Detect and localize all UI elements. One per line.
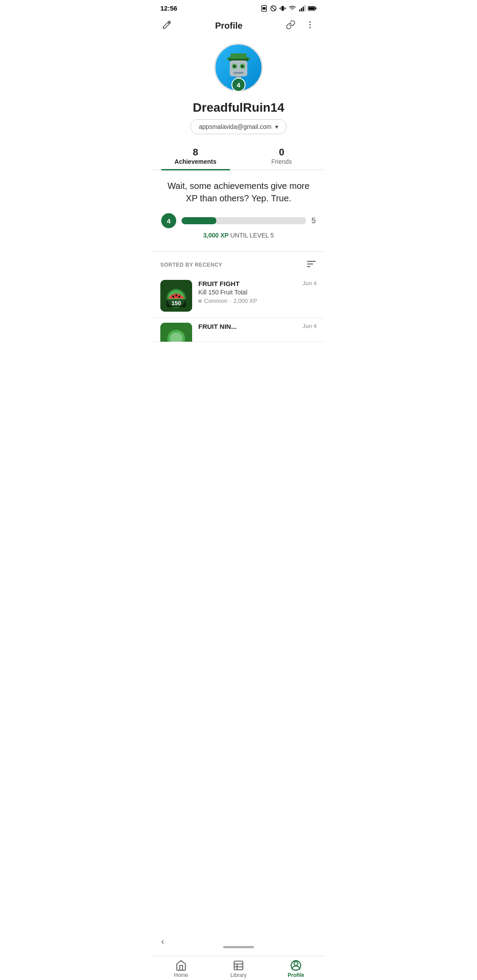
xp-info-text: Wait, some achievements give more XP tha… (161, 180, 316, 204)
svg-point-25 (233, 65, 236, 68)
email-text: appsmalavida@gmail.com (199, 123, 271, 130)
xp-level-end: 5 (311, 216, 316, 226)
nav-spacer (152, 342, 325, 382)
no-sign-icon (270, 5, 277, 12)
achievement-title-2: FRUIT NIN... (198, 323, 296, 330)
svg-rect-22 (230, 60, 247, 76)
achievement-item[interactable]: 150 FRUIT FIGHT Kill 150 Fruit Total Com… (152, 275, 325, 318)
svg-point-38 (175, 294, 177, 297)
achievements-label: Achievements (174, 158, 216, 165)
tab-underline (161, 169, 230, 170)
username: DreadfulRuin14 (193, 101, 284, 115)
email-selector[interactable]: appsmalavida@gmail.com ▾ (190, 119, 286, 134)
svg-rect-8 (285, 8, 286, 9)
sim-icon (261, 5, 268, 12)
svg-rect-15 (315, 7, 316, 9)
achievement-rarity-1: Common (204, 298, 227, 304)
tab-friends[interactable]: 0 Friends (238, 142, 325, 170)
friends-label: Friends (271, 158, 292, 165)
status-icons (261, 5, 317, 12)
xp-section: Wait, some achievements give more XP tha… (152, 170, 325, 243)
achievement-info-1: FRUIT FIGHT Kill 150 Fruit Total Common … (198, 280, 296, 304)
signal-icon (299, 5, 306, 12)
svg-point-17 (309, 24, 310, 25)
xp-bar-bg (182, 217, 306, 224)
status-time: 12:56 (160, 4, 177, 12)
status-bar: 12:56 (152, 0, 325, 15)
svg-rect-29 (234, 72, 243, 74)
svg-line-3 (271, 6, 275, 10)
xp-bar-row: 4 5 (161, 213, 316, 228)
svg-rect-14 (309, 7, 314, 10)
xp-bar-fill (182, 217, 216, 224)
achievement-title-1: FRUIT FIGHT (198, 280, 296, 287)
svg-text:150: 150 (171, 300, 181, 306)
email-chevron-icon: ▾ (275, 123, 278, 130)
page-title: Profile (215, 21, 242, 31)
top-bar: Profile (152, 15, 325, 39)
xp-until-label: UNTIL LEVEL 5 (230, 232, 274, 239)
svg-rect-6 (284, 7, 285, 9)
xp-until: 3,000 XP UNTIL LEVEL 5 (161, 232, 316, 239)
friends-count: 0 (279, 147, 284, 158)
wifi-icon (288, 5, 296, 12)
svg-point-16 (309, 21, 310, 23)
svg-rect-9 (299, 9, 300, 11)
rarity-dot (198, 299, 202, 303)
svg-point-18 (309, 27, 310, 28)
top-bar-left (160, 18, 174, 34)
achievements-count: 8 (193, 147, 198, 158)
svg-point-28 (242, 65, 243, 66)
achievement-separator: · (230, 298, 231, 304)
avatar-section: 4 DreadfulRuin14 appsmalavida@gmail.com … (152, 39, 325, 142)
svg-rect-10 (301, 8, 302, 11)
xp-needed: 3,000 XP (203, 232, 229, 239)
tabs: 8 Achievements 0 Friends (152, 142, 325, 170)
avatar-wrapper: 4 (214, 43, 263, 92)
svg-rect-12 (304, 5, 306, 11)
svg-point-26 (241, 65, 244, 68)
sort-icon[interactable] (306, 259, 317, 271)
edit-button[interactable] (160, 18, 174, 34)
svg-rect-11 (303, 7, 304, 11)
achievement-xp-1: 2,000 XP (233, 298, 257, 304)
achievement-date-1: Jun 4 (303, 280, 317, 286)
link-button[interactable] (284, 18, 297, 34)
watermelon-icon: 150 (160, 280, 192, 312)
achievement-meta-1: Common · 2,000 XP (198, 298, 296, 304)
vibrate-icon (279, 5, 286, 12)
svg-rect-1 (263, 7, 266, 9)
top-bar-right (284, 18, 317, 34)
tab-achievements[interactable]: 8 Achievements (152, 142, 238, 170)
achievement-info-2: FRUIT NIN... (198, 323, 296, 332)
xp-level-start: 4 (161, 213, 176, 228)
level-badge: 4 (231, 78, 246, 92)
achievement-thumb-icon-2 (160, 323, 192, 342)
sorted-row: SORTED BY RECENCY (152, 252, 325, 275)
achievement-date-2: Jun 4 (303, 323, 317, 329)
svg-rect-4 (281, 6, 284, 11)
svg-rect-5 (280, 7, 281, 9)
battery-icon (308, 5, 317, 12)
achievement-thumb-2 (160, 323, 192, 342)
achievement-thumb-1: 150 (160, 280, 192, 312)
more-button[interactable] (303, 18, 317, 34)
sorted-label: SORTED BY RECENCY (160, 262, 222, 268)
achievement-item-2[interactable]: FRUIT NIN... Jun 4 (152, 318, 325, 342)
svg-point-27 (235, 65, 235, 66)
achievement-desc-1: Kill 150 Fruit Total (198, 289, 296, 296)
svg-rect-7 (280, 8, 280, 9)
